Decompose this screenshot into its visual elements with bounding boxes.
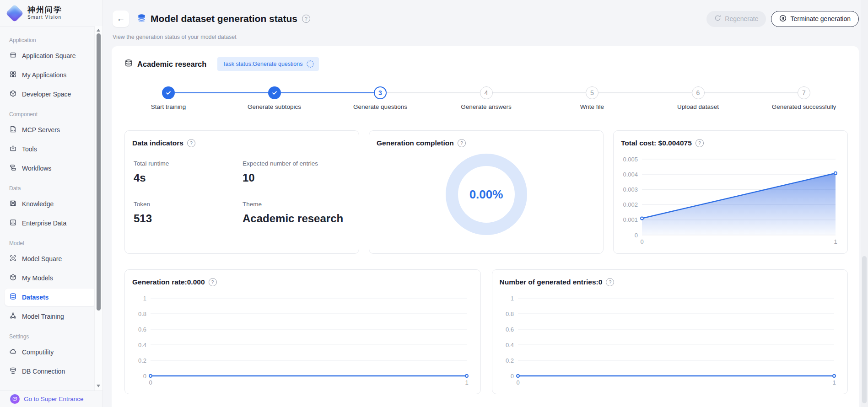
nav-section-settings: Settings Computility DB Connection <box>0 333 102 380</box>
total-cost-chart: 00.0010.0020.0030.0040.00501 <box>621 150 840 247</box>
brand-logo: 神州问学 Smart Vision <box>0 0 102 27</box>
task-status-badge: Task status:Generate questions <box>217 57 319 71</box>
step-generated-successfully: 7 Generated successfully <box>774 86 834 110</box>
sidebar-scrollbar-thumb[interactable] <box>97 33 101 311</box>
sidebar: 神州问学 Smart Vision Application Applicatio… <box>0 0 103 407</box>
card-title: Generation completion <box>377 139 454 147</box>
back-button[interactable] <box>113 11 129 27</box>
metric-expected-entries: Expected number of entries 10 <box>243 160 351 184</box>
sidebar-item-workflows[interactable]: Workflows <box>5 160 96 177</box>
help-icon[interactable] <box>302 15 310 23</box>
sidebar-item-my-models[interactable]: My Models <box>5 269 96 287</box>
metric-label: Expected number of entries <box>243 160 351 167</box>
sidebar-item-application-square[interactable]: Application Square <box>5 47 96 64</box>
svg-text:1: 1 <box>465 379 468 386</box>
terminate-label: Terminate generation <box>790 15 851 22</box>
super-entrance-label: Go to Super Entrance <box>24 396 84 402</box>
workflow-icon <box>9 164 17 173</box>
generated-entries-card: Number of generated entries:0 00.20.40.6… <box>492 269 848 394</box>
metric-theme: Theme Academic research <box>243 201 351 225</box>
brand-name-en: Smart Vision <box>27 15 62 20</box>
step-number: 4 <box>480 86 493 99</box>
help-icon[interactable] <box>458 139 466 147</box>
stepper: Start training Generate subtopics 3 Gene… <box>124 86 848 110</box>
step-generate-questions: 3 Generate questions <box>350 86 410 110</box>
sidebar-item-label: Computility <box>22 348 54 356</box>
brand-name-cn: 神州问学 <box>27 6 62 14</box>
task-header: Academic research Task status:Generate q… <box>124 57 848 71</box>
step-number: 5 <box>586 86 598 99</box>
sidebar-item-db-connection[interactable]: DB Connection <box>5 363 96 380</box>
mcp-file-icon: MCP <box>9 125 17 134</box>
help-icon[interactable] <box>606 278 614 286</box>
sidebar-item-label: Knowledge <box>22 200 54 208</box>
database-icon <box>9 293 17 302</box>
step-check-icon <box>162 86 175 99</box>
sidebar-item-mcp-servers[interactable]: MCP MCP Servers <box>5 121 96 139</box>
scroll-up-icon[interactable] <box>97 29 100 32</box>
card-title: Number of generated entries:0 <box>500 278 603 286</box>
generation-rate-card: Generation rate:0.000 00.20.40.60.8101 <box>124 269 481 394</box>
sidebar-item-label: Tools <box>22 145 37 153</box>
svg-text:0.002: 0.002 <box>623 201 638 208</box>
sidebar-scrollbar[interactable] <box>94 26 102 391</box>
sidebar-item-enterprise-data[interactable]: Enterprise Data <box>5 214 96 232</box>
svg-text:0.005: 0.005 <box>623 156 638 163</box>
metric-value: 513 <box>134 212 243 225</box>
svg-text:0.4: 0.4 <box>505 342 513 348</box>
window-scrollbar-thumb[interactable] <box>862 256 867 403</box>
sidebar-item-my-applications[interactable]: My Applications <box>5 66 96 84</box>
metric-label: Token <box>134 201 243 208</box>
step-number: 6 <box>692 86 705 99</box>
sidebar-item-computility[interactable]: Computility <box>5 343 96 361</box>
sidebar-item-label: Application Square <box>22 52 76 59</box>
sidebar-item-developer-space[interactable]: Developer Space <box>5 86 96 103</box>
generated-entries-chart: 00.20.40.60.8101 <box>500 289 841 388</box>
sidebar-item-label: MCP Servers <box>22 126 60 134</box>
bar-chart-icon <box>9 219 17 228</box>
sidebar-item-label: Model Square <box>22 255 62 262</box>
briefcase-icon <box>9 145 17 154</box>
task-name: Academic research <box>137 60 206 69</box>
window-scrollbar[interactable] <box>861 0 868 407</box>
generation-rate-chart: 00.20.40.60.8101 <box>132 289 473 388</box>
help-icon[interactable] <box>209 278 217 286</box>
metric-token: Token 513 <box>134 201 243 225</box>
card-title: Total cost: $0.004075 <box>621 139 692 147</box>
nav-section-application: Application Application Square My Applic… <box>0 37 102 103</box>
svg-text:0.6: 0.6 <box>505 326 513 333</box>
card-title: Generation rate:0.000 <box>132 278 205 286</box>
dataset-icon <box>137 13 146 25</box>
svg-text:0.6: 0.6 <box>138 326 146 333</box>
regenerate-button[interactable]: Regenerate <box>706 11 766 27</box>
grid-icon <box>9 70 17 80</box>
cube-icon <box>9 273 17 283</box>
sidebar-footer[interactable]: Go to Super Entrance <box>0 391 102 407</box>
regenerate-label: Regenerate <box>725 15 758 22</box>
svg-text:0.4: 0.4 <box>138 342 146 348</box>
sidebar-item-datasets[interactable]: Datasets <box>5 289 96 306</box>
help-icon[interactable] <box>695 139 704 147</box>
section-label: Component <box>9 111 102 118</box>
sidebar-item-label: DB Connection <box>22 368 65 375</box>
svg-text:0: 0 <box>516 379 519 386</box>
hexagon-icon <box>9 90 17 99</box>
super-entrance-icon <box>10 394 20 404</box>
help-icon[interactable] <box>187 139 195 147</box>
sidebar-item-tools[interactable]: Tools <box>5 140 96 158</box>
sidebar-item-label: Enterprise Data <box>22 220 66 227</box>
sidebar-item-model-square[interactable]: Model Square <box>5 250 96 268</box>
scroll-down-icon[interactable] <box>97 385 100 387</box>
sidebar-item-label: Model Training <box>22 313 64 320</box>
step-label: Upload dataset <box>677 103 719 110</box>
terminate-generation-button[interactable]: Terminate generation <box>771 11 859 27</box>
completion-value: 0.00% <box>469 187 503 202</box>
svg-text:0.003: 0.003 <box>623 186 638 193</box>
total-cost-card: Total cost: $0.004075 00.0010.0020.0030.… <box>613 130 848 254</box>
svg-text:0.2: 0.2 <box>138 357 146 364</box>
main-area: Model dataset generation status Regenera… <box>103 0 868 407</box>
step-label: Start training <box>151 103 186 110</box>
sidebar-item-knowledge[interactable]: Knowledge <box>5 195 96 213</box>
sidebar-item-label: Developer Space <box>22 91 71 98</box>
sidebar-item-model-training[interactable]: Model Training <box>5 308 96 325</box>
